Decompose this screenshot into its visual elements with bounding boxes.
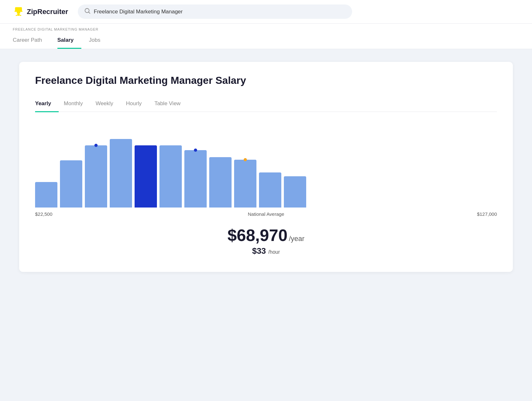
bar-8 [209,157,232,208]
search-bar[interactable] [78,4,352,19]
bar-wrapper-6 [159,145,182,208]
bar-4 [110,139,132,208]
salary-display: $68,970 /year $33 /hour [35,226,497,256]
bar-wrapper-10 [259,172,281,208]
bar-6 [159,145,182,208]
bar-wrapper-3 [85,145,107,208]
tab-salary[interactable]: Salary [57,33,81,49]
bar-wrapper-8 [209,157,232,208]
salary-card: Freelance Digital Marketing Manager Sala… [19,62,513,272]
bar-9 [234,160,256,208]
bar-wrapper-9 [234,160,256,208]
salary-secondary-line: $33 /hour [35,246,497,256]
period-tab-yearly[interactable]: Yearly [35,97,59,112]
chair-icon [13,6,24,18]
dot-blue-2 [194,149,197,152]
period-tab-monthly[interactable]: Monthly [64,97,91,112]
svg-rect-3 [17,13,19,16]
sub-nav: FREELANCE DIGITAL MARKETING MANAGER Care… [0,24,532,49]
salary-main-unit: /year [289,235,305,243]
bar-11 [284,176,306,208]
main-content: Freelance Digital Marketing Manager Sala… [0,49,532,285]
page-label: FREELANCE DIGITAL MARKETING MANAGER [13,24,519,33]
logo-text: ZipRecruiter [27,8,68,16]
period-tab-table-view[interactable]: Table View [154,97,188,112]
svg-rect-0 [15,7,22,11]
salary-secondary-value: $33 [252,246,266,256]
salary-main-line: $68,970 /year [35,226,497,245]
dot-blue-1 [94,144,98,147]
bar-3 [85,145,107,208]
period-tab-weekly[interactable]: Weekly [96,97,121,112]
bar-wrapper-2 [60,160,82,208]
bar-7 [184,150,207,208]
chart-labels: $22,500 National Average $127,000 [35,211,497,217]
salary-secondary-unit: /hour [268,249,280,255]
bar-wrapper-5 [135,145,157,208]
nav-tabs: Career Path Salary Jobs [13,33,519,49]
search-input[interactable] [94,9,346,15]
period-tabs: Yearly Monthly Weekly Hourly Table View [35,97,497,112]
dot-yellow [244,158,247,161]
tab-career-path[interactable]: Career Path [13,33,50,49]
chart-label-center: National Average [248,211,284,217]
logo: ZipRecruiter [13,6,70,18]
bar-wrapper-7 [184,150,207,208]
svg-rect-4 [16,14,18,16]
bar-5 [135,145,157,208]
salary-main-value: $68,970 [227,226,287,244]
svg-rect-5 [19,14,21,16]
svg-rect-2 [14,11,22,12]
bar-wrapper-11 [284,176,306,208]
svg-line-7 [89,12,90,13]
tab-jobs[interactable]: Jobs [89,33,108,49]
bar-wrapper-4 [110,139,132,208]
chart-label-left: $22,500 [35,211,52,217]
bar-wrapper-1 [35,182,57,208]
bar-2 [60,160,82,208]
chart-area: $22,500 National Average $127,000 [35,125,497,217]
bar-chart [35,125,497,208]
bar-1 [35,182,57,208]
card-title: Freelance Digital Marketing Manager Sala… [35,75,497,86]
bar-10 [259,172,281,208]
search-icon [84,8,91,16]
chart-label-right: $127,000 [477,211,497,217]
header: ZipRecruiter [0,0,532,24]
period-tab-hourly[interactable]: Hourly [126,97,149,112]
